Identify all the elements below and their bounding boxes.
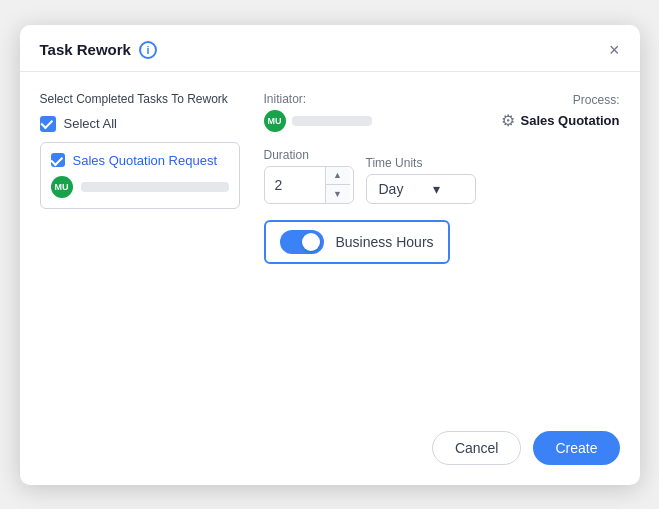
toggle-track — [280, 230, 324, 254]
duration-label: Duration — [264, 148, 354, 162]
avatar: MU — [51, 176, 73, 198]
duration-time-row: Duration ▲ ▼ Time Units Day ▾ — [264, 148, 620, 204]
select-all-row: Select All — [40, 116, 240, 132]
initiator-section: Initiator: MU — [264, 92, 372, 132]
toggle-thumb — [302, 233, 320, 251]
time-units-select[interactable]: Day ▾ — [366, 174, 476, 204]
info-icon[interactable]: i — [139, 41, 157, 59]
initiator-name-placeholder — [292, 116, 372, 126]
time-units-label: Time Units — [366, 156, 476, 170]
select-all-label: Select All — [64, 116, 117, 131]
spinner-buttons: ▲ ▼ — [325, 167, 350, 203]
right-panel: Initiator: MU Process: ⚙ Sales Quotation — [264, 92, 620, 411]
initiator-value: MU — [264, 110, 372, 132]
user-name-placeholder — [81, 182, 229, 192]
modal-title: Task Rework — [40, 41, 131, 58]
business-hours-row: Business Hours — [264, 220, 450, 264]
initiator-avatar: MU — [264, 110, 286, 132]
spinner-down-button[interactable]: ▼ — [326, 185, 350, 203]
select-all-checkbox[interactable] — [40, 116, 56, 132]
spinner-up-button[interactable]: ▲ — [326, 167, 350, 185]
modal-task-rework: Task Rework i × Select Completed Tasks T… — [20, 25, 640, 485]
task-item-header: Sales Quotation Request — [51, 153, 229, 168]
process-name: Sales Quotation — [521, 113, 620, 128]
create-button[interactable]: Create — [533, 431, 619, 465]
cancel-button[interactable]: Cancel — [432, 431, 522, 465]
task-user-row: MU — [51, 176, 229, 198]
time-units-field-group: Time Units Day ▾ — [366, 156, 476, 204]
business-hours-label: Business Hours — [336, 234, 434, 250]
task-list-box: Sales Quotation Request MU — [40, 142, 240, 209]
initiator-process-row: Initiator: MU Process: ⚙ Sales Quotation — [264, 92, 620, 132]
duration-field-group: Duration ▲ ▼ — [264, 148, 354, 204]
modal-footer: Cancel Create — [20, 411, 640, 485]
select-tasks-label: Select Completed Tasks To Rework — [40, 92, 240, 106]
initiator-label: Initiator: — [264, 92, 372, 106]
modal-body: Select Completed Tasks To Rework Select … — [20, 72, 640, 411]
process-value: ⚙ Sales Quotation — [501, 111, 620, 130]
chevron-down-icon: ▾ — [433, 181, 440, 197]
process-icon: ⚙ — [501, 111, 515, 130]
task-checkbox[interactable] — [51, 153, 65, 167]
duration-input-wrap: ▲ ▼ — [264, 166, 354, 204]
time-units-value: Day — [379, 181, 404, 197]
left-panel: Select Completed Tasks To Rework Select … — [40, 92, 240, 411]
close-button[interactable]: × — [609, 41, 620, 59]
task-name: Sales Quotation Request — [73, 153, 218, 168]
modal-header: Task Rework i × — [20, 25, 640, 72]
process-section: Process: ⚙ Sales Quotation — [501, 93, 620, 130]
business-hours-toggle[interactable] — [280, 230, 324, 254]
process-label: Process: — [501, 93, 620, 107]
duration-input[interactable] — [265, 171, 325, 199]
